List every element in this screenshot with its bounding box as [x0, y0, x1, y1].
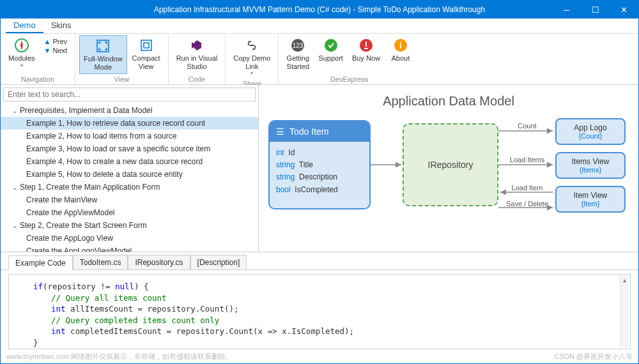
tab-example-code[interactable]: Example Code — [8, 255, 73, 270]
todo-field: string Description — [276, 171, 363, 183]
tree-node[interactable]: Example 4, How to create a new data sour… — [1, 155, 258, 168]
arrow-down-icon: ▼ — [44, 47, 51, 54]
menu-tab-skins[interactable]: Skins — [43, 18, 79, 33]
maximize-button[interactable]: ☐ — [581, 1, 610, 19]
ribbon: Modules ▾ ▲Prev ▼Next Navigation Full-Wi… — [1, 34, 638, 85]
tab-description[interactable]: [Description] — [190, 255, 247, 269]
tree-node[interactable]: Create the AppViewModel — [1, 206, 258, 219]
items-view-box: Items View{Items} — [555, 152, 626, 179]
footer-right: CSDN @界面开发小八哥 — [555, 352, 633, 361]
database-icon: ☰ — [276, 126, 284, 137]
svg-rect-3 — [144, 43, 149, 48]
titlebar: Application Infrastructural MVVM Pattern… — [1, 1, 638, 19]
tab-irepository[interactable]: IRepository.cs — [128, 255, 190, 269]
diagram-panel: Application Data Model ☰Todo Item int Id… — [259, 85, 638, 252]
menu-tab-demo[interactable]: Demo — [6, 18, 43, 33]
tree-node[interactable]: ⌄Step 1, Create the Main Application For… — [1, 181, 258, 193]
tree-node[interactable]: Example 3, How to load or save a specifi… — [1, 142, 258, 155]
about-button[interactable]: i About — [385, 35, 416, 65]
minimize-button[interactable]: ─ — [552, 1, 581, 19]
tree-node[interactable]: Example 1, How to retrieve data source r… — [1, 117, 258, 130]
svg-text:123: 123 — [293, 42, 304, 49]
svg-point-6 — [325, 39, 337, 52]
arrow-label: Load Item — [505, 184, 550, 192]
arrow-up-icon: ▲ — [44, 38, 51, 45]
todo-item-box: ☰Todo Item int Idstring Titlestring Desc… — [268, 120, 371, 209]
tree-list[interactable]: ⌄Prerequisites, Implement a Data ModelEx… — [1, 104, 258, 252]
fullscreen-icon — [95, 38, 111, 54]
scrollbar[interactable]: ▲ — [620, 276, 629, 347]
compact-icon — [139, 38, 154, 53]
close-button[interactable]: ✕ — [610, 1, 638, 19]
todo-field: int Id — [276, 147, 363, 159]
code-tabs: Example Code TodoItem.cs IRepository.cs … — [1, 255, 638, 270]
todo-field: string Title — [276, 159, 363, 171]
repository-box: IRepository — [403, 123, 498, 206]
menu-bar: Demo Skins — [1, 19, 638, 34]
todo-field: bool IsCompleted — [276, 184, 363, 196]
footer-left: www.toymoban.com 网络图片仅供展示，非存储，如有侵权请联系删除。 — [6, 352, 233, 361]
search-input[interactable] — [3, 87, 256, 102]
app-logo-box: App Logo{Count} — [555, 118, 626, 145]
code-editor[interactable]: ▲ if(repository != null) { // Query all … — [8, 274, 631, 349]
navigation-tree: ⌄Prerequisites, Implement a Data ModelEx… — [1, 85, 259, 252]
arrow-label: Count — [508, 122, 546, 130]
tree-node[interactable]: Example 2, How to load items from a sour… — [1, 130, 258, 142]
tree-node[interactable]: Create the MainView — [1, 193, 258, 206]
visual-studio-icon — [189, 38, 204, 53]
window-title: Application Infrastructural MVVM Pattern… — [154, 5, 485, 14]
svg-rect-2 — [141, 40, 151, 50]
tree-node[interactable]: Example 5, How to delete a data source e… — [1, 168, 258, 181]
arrow-label: Load Items — [505, 156, 550, 163]
support-icon — [323, 38, 339, 53]
compact-view-button[interactable]: Compact View — [128, 35, 164, 73]
tree-node[interactable]: ⌄Step 2, Create the Start Screen Form — [1, 219, 258, 232]
tree-node[interactable]: ⌄Prerequisites, Implement a Data Model — [1, 104, 258, 117]
support-button[interactable]: Support — [314, 35, 347, 65]
prev-button[interactable]: ▲Prev — [44, 38, 68, 45]
tree-node[interactable]: Create the AppLogoViewModel — [1, 245, 258, 252]
copy-demo-link-button[interactable]: Copy Demo Link ▾ — [229, 35, 274, 79]
buy-now-button[interactable]: Buy Now — [348, 35, 384, 65]
getting-started-button[interactable]: 123 Getting Started — [282, 35, 313, 73]
info-icon: i — [393, 38, 408, 53]
ribbon-group-label: DevExpress — [330, 74, 368, 84]
arrow-label: Save / Delete — [502, 200, 553, 208]
ribbon-group-label: View — [114, 74, 130, 84]
diagram-title: Application Data Model — [259, 94, 638, 109]
buy-icon — [358, 38, 374, 53]
run-visual-studio-button[interactable]: Run in Visual Studio — [173, 35, 222, 73]
ribbon-group-label: Code — [189, 74, 205, 84]
getting-started-icon: 123 — [290, 38, 305, 53]
compass-icon — [14, 38, 29, 53]
tree-node[interactable]: Create the AppLogo View — [1, 232, 258, 245]
modules-button[interactable]: Modules ▾ — [4, 35, 39, 71]
item-view-box: Item View{Item} — [555, 186, 626, 213]
svg-text:i: i — [399, 40, 402, 50]
link-icon — [244, 38, 259, 53]
footer: www.toymoban.com 网络图片仅供展示，非存储，如有侵权请联系删除。… — [6, 352, 633, 361]
full-window-mode-button[interactable]: Full-Window Mode — [79, 35, 127, 74]
tab-todoitem[interactable]: TodoItem.cs — [73, 255, 128, 269]
ribbon-group-label: Navigation — [21, 74, 54, 84]
next-button[interactable]: ▼Next — [44, 47, 68, 54]
